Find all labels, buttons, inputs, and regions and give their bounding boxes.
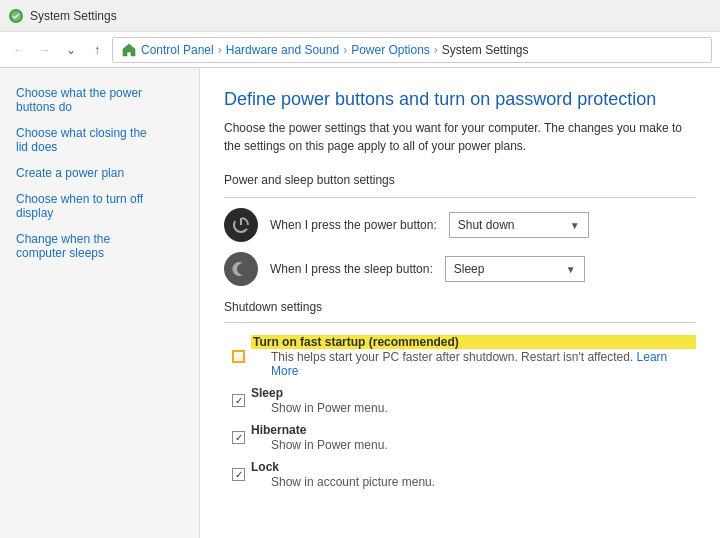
- back-button[interactable]: ←: [8, 39, 30, 61]
- sleep-symbol: [231, 259, 251, 279]
- hibernate-wrap: ✓ Hibernate Show in Power menu.: [232, 423, 388, 452]
- lock-title: Lock: [251, 460, 435, 474]
- home-icon: [121, 42, 137, 58]
- left-panel-closing-lid[interactable]: Choose what closing thelid does: [0, 120, 199, 160]
- hibernate-row: ✓ Hibernate Show in Power menu.: [232, 421, 696, 452]
- address-bar: ← → ⌄ ↑ Control Panel › Hardware and Sou…: [0, 32, 720, 68]
- fast-startup-wrap: Turn on fast startup (recommended) This …: [232, 335, 696, 378]
- shutdown-section-label: Shutdown settings: [224, 300, 696, 314]
- shutdown-section: Shutdown settings Turn on fast startup (…: [224, 300, 696, 489]
- power-button-selected: Shut down: [458, 218, 515, 232]
- fast-startup-checkbox[interactable]: [232, 350, 245, 363]
- app-icon: [8, 8, 24, 24]
- hibernate-subtitle: Show in Power menu.: [271, 438, 388, 452]
- sleep-content: Sleep Show in Power menu.: [251, 386, 388, 415]
- power-icon: [224, 208, 258, 242]
- sleep-checkbox[interactable]: ✓: [232, 394, 245, 407]
- lock-wrap: ✓ Lock Show in account picture menu.: [232, 460, 435, 489]
- lock-content: Lock Show in account picture menu.: [251, 460, 435, 489]
- sleep-wrap: ✓ Sleep Show in Power menu.: [232, 386, 388, 415]
- sleep-button-dropdown[interactable]: Sleep ▼: [445, 256, 585, 282]
- main-content: Define power buttons and turn on passwor…: [200, 68, 720, 538]
- power-buttons-section-label: Power and sleep button settings: [224, 173, 696, 187]
- lock-checkbox[interactable]: ✓: [232, 468, 245, 481]
- left-panel-create-plan[interactable]: Create a power plan: [0, 160, 199, 186]
- fast-startup-row: Turn on fast startup (recommended) This …: [232, 333, 696, 378]
- left-panel: Choose what the powerbuttons do Choose w…: [0, 68, 200, 538]
- power-button-label: When I press the power button:: [270, 218, 437, 232]
- section-divider-1: [224, 197, 696, 198]
- power-symbol: [231, 215, 251, 235]
- main-layout: Choose what the powerbuttons do Choose w…: [0, 68, 720, 538]
- page-description: Choose the power settings that you want …: [224, 119, 684, 155]
- sleep-button-selected: Sleep: [454, 262, 485, 276]
- up-button[interactable]: ↑: [86, 39, 108, 61]
- power-button-dropdown[interactable]: Shut down ▼: [449, 212, 589, 238]
- hibernate-content: Hibernate Show in Power menu.: [251, 423, 388, 452]
- left-panel-power-buttons[interactable]: Choose what the powerbuttons do: [0, 80, 199, 120]
- breadcrumb-control-panel[interactable]: Control Panel: [141, 43, 214, 57]
- sleep-icon: [224, 252, 258, 286]
- window-title: System Settings: [30, 9, 117, 23]
- learn-more-link[interactable]: Learn More: [271, 350, 667, 378]
- hibernate-checkbox[interactable]: ✓: [232, 431, 245, 444]
- power-dropdown-arrow: ▼: [570, 220, 580, 231]
- sleep-row: ✓ Sleep Show in Power menu.: [232, 384, 696, 415]
- lock-row: ✓ Lock Show in account picture menu.: [232, 458, 696, 489]
- sleep-button-row: When I press the sleep button: Sleep ▼: [224, 252, 696, 286]
- sleep-dropdown-arrow: ▼: [566, 264, 576, 275]
- lock-subtitle: Show in account picture menu.: [271, 475, 435, 489]
- left-panel-sleep[interactable]: Change when thecomputer sleeps: [0, 226, 199, 266]
- breadcrumb-current: System Settings: [442, 43, 529, 57]
- breadcrumb-hardware-sound[interactable]: Hardware and Sound: [226, 43, 339, 57]
- hibernate-title: Hibernate: [251, 423, 388, 437]
- section-divider-2: [224, 322, 696, 323]
- power-button-row: When I press the power button: Shut down…: [224, 208, 696, 242]
- page-title: Define power buttons and turn on passwor…: [224, 88, 696, 111]
- dropdown-history-button[interactable]: ⌄: [60, 39, 82, 61]
- forward-button[interactable]: →: [34, 39, 56, 61]
- fast-startup-title: Turn on fast startup (recommended): [251, 335, 696, 349]
- sleep-title: Sleep: [251, 386, 388, 400]
- fast-startup-subtitle: This helps start your PC faster after sh…: [271, 350, 696, 378]
- left-panel-display[interactable]: Choose when to turn offdisplay: [0, 186, 199, 226]
- breadcrumb: Control Panel › Hardware and Sound › Pow…: [112, 37, 712, 63]
- breadcrumb-power-options[interactable]: Power Options: [351, 43, 430, 57]
- sleep-subtitle: Show in Power menu.: [271, 401, 388, 415]
- fast-startup-content: Turn on fast startup (recommended) This …: [251, 335, 696, 378]
- title-bar: System Settings: [0, 0, 720, 32]
- sleep-button-label: When I press the sleep button:: [270, 262, 433, 276]
